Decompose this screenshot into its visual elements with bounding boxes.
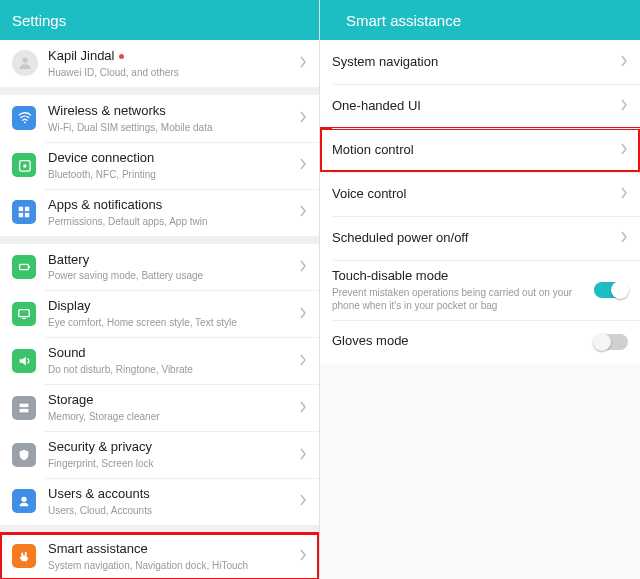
item-label: Apps & notifications bbox=[48, 197, 293, 214]
item-sub: Bluetooth, NFC, Printing bbox=[48, 168, 293, 181]
smart-assistance-title: Smart assistance bbox=[346, 12, 628, 29]
item-sub: Do not disturb, Ringtone, Vibrate bbox=[48, 363, 293, 376]
hand-icon bbox=[12, 544, 36, 568]
item-label: System navigation bbox=[332, 54, 614, 71]
sound-icon bbox=[12, 349, 36, 373]
settings-pane: Settings Kapil Jindal Huawei ID, Cloud, … bbox=[0, 0, 320, 579]
chevron-right-icon bbox=[620, 185, 628, 203]
svg-rect-11 bbox=[20, 403, 29, 407]
chevron-right-icon bbox=[299, 156, 307, 174]
chevron-right-icon bbox=[620, 229, 628, 247]
settings-item-shield[interactable]: Security & privacyFingerprint, Screen lo… bbox=[0, 431, 319, 478]
sa-item-0[interactable]: System navigation bbox=[320, 40, 640, 84]
settings-header: Settings bbox=[0, 0, 319, 40]
chevron-right-icon bbox=[620, 97, 628, 115]
svg-rect-5 bbox=[25, 207, 29, 211]
section-gap bbox=[0, 525, 319, 533]
section-gap bbox=[0, 236, 319, 244]
storage-icon bbox=[12, 396, 36, 420]
sa-item-4[interactable]: Scheduled power on/off bbox=[320, 216, 640, 260]
chevron-right-icon bbox=[299, 399, 307, 417]
chevron-right-icon bbox=[620, 53, 628, 71]
device-icon bbox=[12, 153, 36, 177]
smart-assistance-header: Smart assistance bbox=[320, 0, 640, 40]
settings-list: Wireless & networksWi-Fi, Dual SIM setti… bbox=[0, 95, 319, 579]
sa-item-3[interactable]: Voice control bbox=[320, 172, 640, 216]
settings-item-users[interactable]: Users & accountsUsers, Cloud, Accounts bbox=[0, 478, 319, 525]
chevron-right-icon bbox=[299, 203, 307, 221]
item-label: Battery bbox=[48, 252, 293, 269]
smart-assistance-list: System navigationOne-handed UIMotion con… bbox=[320, 40, 640, 364]
svg-rect-6 bbox=[19, 213, 23, 217]
wifi-icon bbox=[12, 106, 36, 130]
svg-rect-10 bbox=[19, 310, 30, 317]
settings-title: Settings bbox=[12, 12, 307, 29]
svg-rect-8 bbox=[20, 264, 29, 269]
chevron-right-icon bbox=[299, 109, 307, 127]
item-label: Storage bbox=[48, 392, 293, 409]
item-label: Gloves mode bbox=[332, 333, 588, 350]
section-gap bbox=[0, 87, 319, 95]
item-label: Display bbox=[48, 298, 293, 315]
item-label: Touch-disable mode bbox=[332, 268, 588, 285]
item-sub: Prevent mistaken operations being carrie… bbox=[332, 286, 588, 312]
item-label: One-handed UI bbox=[332, 98, 614, 115]
settings-item-device[interactable]: Device connectionBluetooth, NFC, Printin… bbox=[0, 142, 319, 189]
svg-rect-12 bbox=[20, 409, 29, 413]
profile-sub: Huawei ID, Cloud, and others bbox=[48, 66, 293, 79]
item-sub: Memory, Storage cleaner bbox=[48, 410, 293, 423]
settings-item-hand[interactable]: Smart assistanceSystem navigation, Navig… bbox=[0, 533, 319, 579]
sa-item-1[interactable]: One-handed UI bbox=[320, 84, 640, 128]
toggle-switch[interactable] bbox=[594, 282, 628, 298]
item-label: Motion control bbox=[332, 142, 614, 159]
shield-icon bbox=[12, 443, 36, 467]
svg-rect-7 bbox=[25, 213, 29, 217]
item-label: Voice control bbox=[332, 186, 614, 203]
chevron-right-icon bbox=[299, 54, 307, 72]
smart-assistance-pane: Smart assistance System navigationOne-ha… bbox=[320, 0, 640, 579]
settings-item-wifi[interactable]: Wireless & networksWi-Fi, Dual SIM setti… bbox=[0, 95, 319, 142]
item-sub: System navigation, Navigation dock, HiTo… bbox=[48, 559, 293, 572]
apps-icon bbox=[12, 200, 36, 224]
svg-point-13 bbox=[21, 497, 26, 502]
item-sub: Eye comfort, Home screen style, Text sty… bbox=[48, 316, 293, 329]
item-label: Smart assistance bbox=[48, 541, 293, 558]
settings-item-apps[interactable]: Apps & notificationsPermissions, Default… bbox=[0, 189, 319, 236]
chevron-right-icon bbox=[299, 258, 307, 276]
sa-item-6[interactable]: Gloves mode bbox=[320, 320, 640, 364]
profile-name: Kapil Jindal bbox=[48, 48, 115, 63]
svg-rect-9 bbox=[28, 266, 30, 268]
item-sub: Power saving mode, Battery usage bbox=[48, 269, 293, 282]
svg-point-3 bbox=[23, 164, 27, 168]
display-icon bbox=[12, 302, 36, 326]
item-sub: Wi-Fi, Dual SIM settings, Mobile data bbox=[48, 121, 293, 134]
settings-item-sound[interactable]: SoundDo not disturb, Ringtone, Vibrate bbox=[0, 337, 319, 384]
chevron-right-icon bbox=[299, 547, 307, 565]
item-sub: Users, Cloud, Accounts bbox=[48, 504, 293, 517]
settings-item-display[interactable]: DisplayEye comfort, Home screen style, T… bbox=[0, 290, 319, 337]
notification-dot-icon bbox=[119, 54, 124, 59]
chevron-right-icon bbox=[299, 352, 307, 370]
item-label: Scheduled power on/off bbox=[332, 230, 614, 247]
profile-row[interactable]: Kapil Jindal Huawei ID, Cloud, and other… bbox=[0, 40, 319, 87]
item-label: Sound bbox=[48, 345, 293, 362]
item-label: Users & accounts bbox=[48, 486, 293, 503]
item-sub: Fingerprint, Screen lock bbox=[48, 457, 293, 470]
sa-item-5[interactable]: Touch-disable modePrevent mistaken opera… bbox=[320, 260, 640, 320]
item-label: Wireless & networks bbox=[48, 103, 293, 120]
battery-icon bbox=[12, 255, 36, 279]
users-icon bbox=[12, 489, 36, 513]
item-sub: Permissions, Default apps, App twin bbox=[48, 215, 293, 228]
sa-item-2[interactable]: Motion control bbox=[320, 128, 640, 172]
chevron-right-icon bbox=[299, 492, 307, 510]
toggle-switch[interactable] bbox=[594, 334, 628, 350]
settings-item-battery[interactable]: BatteryPower saving mode, Battery usage bbox=[0, 244, 319, 291]
avatar-icon bbox=[12, 50, 38, 76]
settings-item-storage[interactable]: StorageMemory, Storage cleaner bbox=[0, 384, 319, 431]
svg-point-1 bbox=[24, 122, 26, 124]
svg-point-0 bbox=[22, 58, 27, 63]
item-label: Device connection bbox=[48, 150, 293, 167]
item-label: Security & privacy bbox=[48, 439, 293, 456]
chevron-right-icon bbox=[299, 305, 307, 323]
chevron-right-icon bbox=[299, 446, 307, 464]
